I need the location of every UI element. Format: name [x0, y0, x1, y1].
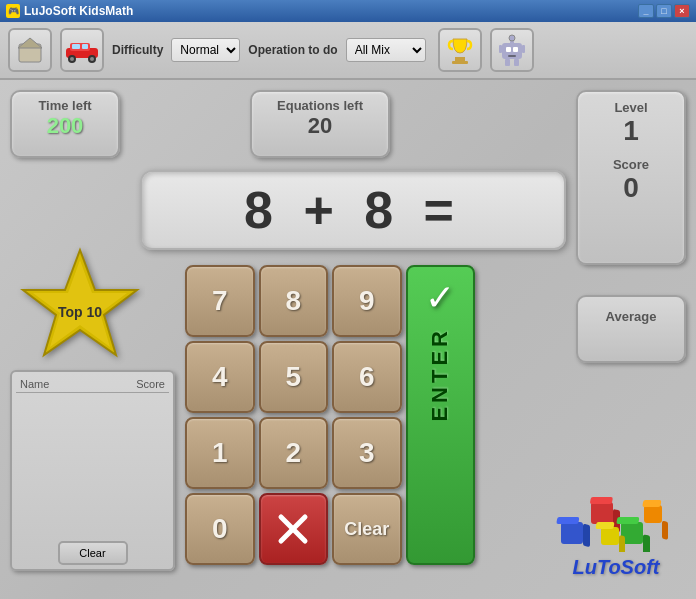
svg-rect-19: [522, 45, 525, 53]
num-6-button[interactable]: 6: [332, 341, 402, 413]
svg-rect-34: [616, 517, 639, 524]
num-4-button[interactable]: 4: [185, 341, 255, 413]
robot-button[interactable]: [490, 28, 534, 72]
x-icon: [275, 511, 311, 547]
svg-point-9: [90, 57, 94, 61]
enter-button[interactable]: ✓ ENTER: [406, 265, 476, 565]
top10-row-2: [16, 409, 169, 423]
equation-display: 8 + 8 =: [140, 170, 566, 250]
app-title: LuJoSoft KidsMath: [24, 4, 133, 18]
average-box: Average: [576, 295, 686, 363]
score-label: Score: [578, 157, 684, 172]
time-box: Time left 200: [10, 90, 120, 158]
top10-row-3: [16, 423, 169, 437]
title-bar: 🎮 LuJoSoft KidsMath _ □ ×: [0, 0, 696, 22]
svg-rect-37: [595, 522, 614, 529]
top10-row-10: [16, 521, 169, 535]
equations-label: Equations left: [252, 92, 388, 113]
numpad-grid: 7 8 9 ✓ ENTER 4 5 6 1 2 3 0: [185, 265, 475, 565]
maximize-button[interactable]: □: [656, 4, 672, 18]
svg-rect-36: [601, 527, 619, 545]
num-8-button[interactable]: 8: [259, 265, 329, 337]
top10-row-8: [16, 493, 169, 507]
svg-rect-28: [556, 517, 579, 524]
svg-rect-4: [72, 44, 80, 49]
num-2-button[interactable]: 2: [259, 417, 329, 489]
average-label: Average: [578, 297, 684, 324]
main-area: Time left 200 Equations left 20 Level 1 …: [0, 80, 696, 599]
top10-clear-button[interactable]: Clear: [58, 541, 128, 565]
svg-text:Top 10: Top 10: [58, 304, 102, 320]
top10-header: Name Score: [16, 376, 169, 393]
car-icon: [64, 36, 100, 64]
num-1-button[interactable]: 1: [185, 417, 255, 489]
num-9-button[interactable]: 9: [332, 265, 402, 337]
svg-rect-20: [505, 59, 510, 66]
svg-rect-29: [583, 524, 590, 547]
numpad: 7 8 9 ✓ ENTER 4 5 6 1 2 3 0: [185, 265, 475, 565]
svg-rect-30: [591, 502, 613, 524]
time-label: Time left: [12, 92, 118, 113]
logo-area: LuToSoft: [546, 499, 686, 579]
num-0-button[interactable]: 0: [185, 493, 255, 565]
checkmark-icon: ✓: [425, 277, 455, 319]
svg-rect-38: [619, 535, 625, 552]
num-5-button[interactable]: 5: [259, 341, 329, 413]
svg-rect-10: [455, 57, 465, 61]
enter-label: ENTER: [427, 327, 453, 422]
minimize-button[interactable]: _: [638, 4, 654, 18]
top10-list: Name Score Clear: [10, 370, 175, 571]
home-button[interactable]: [8, 28, 52, 72]
robot-icon: [497, 33, 527, 67]
top10-row-7: [16, 479, 169, 493]
svg-rect-35: [643, 534, 650, 552]
delete-button[interactable]: [259, 493, 329, 565]
svg-rect-41: [662, 521, 668, 540]
equations-box: Equations left 20: [250, 90, 390, 158]
star-icon: Top 10: [15, 245, 145, 365]
name-header: Name: [20, 378, 49, 390]
top10-row-4: [16, 437, 169, 451]
car-button[interactable]: [60, 28, 104, 72]
svg-rect-11: [452, 61, 468, 64]
difficulty-label: Difficulty: [112, 43, 163, 57]
operation-select[interactable]: All Mix Addition Subtraction Multiplicat…: [346, 38, 426, 62]
clear-button[interactable]: Clear: [332, 493, 402, 565]
svg-rect-27: [561, 522, 583, 544]
svg-rect-39: [644, 505, 662, 523]
svg-marker-1: [18, 38, 42, 48]
level-box: Level 1 Score 0: [576, 90, 686, 265]
equation-text: 8 + 8 =: [244, 180, 462, 240]
logo-cubes-icon: [556, 497, 676, 552]
top10-row-6: [16, 465, 169, 479]
operation-label: Operation to do: [248, 43, 337, 57]
top10-row-9: [16, 507, 169, 521]
app-icon: 🎮: [6, 4, 20, 18]
top10-row-5: [16, 451, 169, 465]
equations-value: 20: [252, 113, 388, 145]
difficulty-select[interactable]: Normal Easy Hard: [171, 38, 240, 62]
svg-rect-15: [508, 55, 516, 57]
svg-rect-21: [514, 59, 519, 66]
score-value: 0: [578, 172, 684, 204]
trophy-icon: [445, 35, 475, 65]
svg-point-17: [509, 35, 515, 41]
logo-text: LuToSoft: [572, 556, 659, 579]
level-value: 1: [578, 115, 684, 147]
svg-rect-5: [82, 44, 88, 49]
svg-rect-13: [506, 47, 511, 52]
num-3-button[interactable]: 3: [332, 417, 402, 489]
home-icon: [16, 36, 44, 64]
level-label: Level: [578, 92, 684, 115]
num-7-button[interactable]: 7: [185, 265, 255, 337]
svg-rect-31: [590, 497, 613, 504]
star-area: Top 10: [15, 245, 145, 369]
svg-rect-14: [513, 47, 518, 52]
top10-row-1: [16, 395, 169, 409]
trophy-button[interactable]: [438, 28, 482, 72]
toolbar: Difficulty Normal Easy Hard Operation to…: [0, 22, 696, 80]
time-value: 200: [12, 113, 118, 145]
window-controls[interactable]: _ □ ×: [638, 4, 690, 18]
svg-rect-18: [499, 45, 502, 53]
close-button[interactable]: ×: [674, 4, 690, 18]
